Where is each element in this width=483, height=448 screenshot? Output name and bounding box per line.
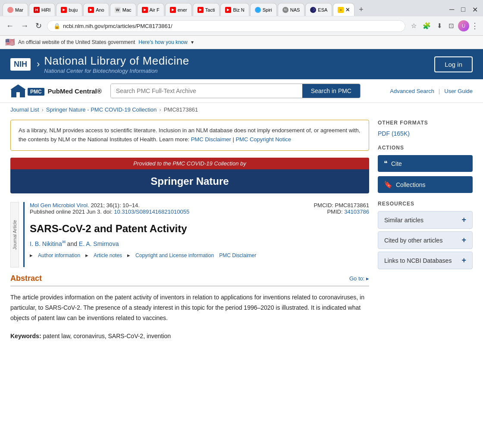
cite-button[interactable]: ❝ Cite [378, 155, 473, 172]
tab-mar[interactable]: Mar [3, 3, 28, 16]
gov-banner: 🇺🇸 An official website of the United Sta… [0, 36, 483, 49]
pmc-disclaimer-link-2[interactable]: PMC Disclaimer [219, 252, 256, 258]
pmc-building-icon [10, 84, 26, 98]
author-1-link[interactable]: I. B. Nikitina [30, 240, 62, 247]
breadcrumb-journal-list[interactable]: Journal List [10, 106, 39, 113]
cite-label: Cite [391, 160, 402, 167]
tab-tacti[interactable]: ▶ Tacti [193, 3, 220, 16]
abstract-section: Abstract Go to: ▸ The article provides i… [10, 274, 369, 341]
pmc-header: PMC PubMed Central® Search in PMC Advanc… [0, 79, 483, 103]
profile-icon[interactable]: U [458, 20, 469, 31]
nih-name: National Library of Medicine [44, 54, 189, 68]
tab-mac[interactable]: W Mac [110, 3, 136, 16]
springer-banner-top: Provided to the PMC COVID-19 Collection … [10, 158, 369, 169]
lock-icon: 🔒 [53, 23, 60, 29]
tab-spiri[interactable]: 🌐 Spiri [250, 3, 277, 16]
collections-button[interactable]: 🔖 Collections [378, 176, 473, 193]
nih-sub: National Center for Biotechnology Inform… [44, 68, 189, 74]
browser-tabs: Mar H HiRI ▶ buju ▶ Ano W Mac ▶ Air F ▶ … [0, 0, 483, 16]
author-info-link[interactable]: Author information [38, 252, 80, 258]
pmc-search-bar: Search in PMC [110, 84, 361, 98]
breadcrumb-collection[interactable]: Springer Nature - PMC COVID-19 Collectio… [46, 106, 157, 113]
nih-header: NIH › National Library of Medicine Natio… [0, 49, 483, 79]
ncbi-databases-button[interactable]: Links to NCBI Databases + [378, 252, 473, 269]
tab-esa[interactable]: ☽ ESA [305, 3, 332, 16]
pmc-logo: PMC PubMed Central® [10, 84, 102, 98]
arrow-icon-3: ▸ [127, 252, 130, 258]
tab-ener[interactable]: ▶ ener [165, 3, 192, 16]
pmid-link[interactable]: 34103786 [344, 208, 369, 215]
keywords: Keywords: patent law, coronavirus, SARS-… [10, 331, 369, 341]
article-meta: Mol Gen Microbiol Virol. 2021; 36(1): 10… [30, 202, 369, 215]
actions-title: ACTIONS [378, 145, 473, 151]
extensions-button[interactable]: 🧩 [420, 21, 433, 31]
keywords-bold: Keywords: [10, 333, 43, 339]
how-know-link[interactable]: Here's how you know [138, 39, 188, 45]
author-2-link[interactable]: E. A. Smirnova [79, 240, 119, 247]
author-1-sup[interactable]: ✉ [62, 240, 66, 244]
dropdown-icon: ▾ [191, 39, 194, 45]
address-bar[interactable]: 🔒 ncbi.nlm.nih.gov/pmc/articles/PMC81738… [47, 20, 405, 32]
notice-text: As a library, NLM provides access to sci… [19, 127, 360, 143]
pmc-logo-box: PMC PubMed Central® [10, 84, 102, 98]
browser-actions: ☆ 🧩 ⬇ ⊡ U ⋮ [409, 20, 479, 31]
reload-button[interactable]: ↻ [34, 19, 44, 32]
pmc-search-input[interactable] [111, 84, 302, 98]
pmc-search-button[interactable]: Search in PMC [302, 84, 360, 98]
collections-label: Collections [396, 181, 425, 188]
springer-banner: Provided to the PMC COVID-19 Collection … [10, 158, 369, 193]
similar-articles-plus-icon: + [461, 215, 466, 224]
ncbi-databases-plus-icon: + [461, 256, 466, 265]
breadcrumb-current: PMC8173861 [164, 106, 198, 113]
tab-active[interactable]: » ✕ [333, 3, 354, 16]
pmc-copyright-link[interactable]: PMC Copyright Notice [235, 136, 291, 143]
nih-badge: NIH [10, 58, 31, 71]
journal-link[interactable]: Mol Gen Microbiol Virol. [30, 202, 89, 208]
maximize-button[interactable]: □ [458, 5, 468, 15]
tab-buju[interactable]: ▶ buju [56, 3, 82, 16]
tab-bizn[interactable]: ▶ Biz N [220, 3, 249, 16]
article-notes-link[interactable]: Article notes [94, 252, 122, 258]
sidebar: OTHER FORMATS PDF (165K) ACTIONS ❝ Cite … [378, 116, 473, 341]
svg-rect-2 [16, 92, 20, 97]
article-title: SARS-CoV-2 and Patent Activity [30, 222, 369, 235]
nih-logo: NIH › National Library of Medicine Natio… [10, 54, 189, 74]
pdf-link[interactable]: PDF (165K) [378, 130, 473, 137]
article-ids: PMCID: PMC8173861 PMID: 34103786 [314, 202, 369, 215]
go-to-link[interactable]: Go to: ▸ [349, 275, 369, 282]
nih-arrow-icon: › [37, 59, 40, 70]
back-button[interactable]: ← [4, 20, 16, 32]
minimize-button[interactable]: ─ [447, 5, 457, 15]
forward-button[interactable]: → [19, 20, 30, 32]
doi-link[interactable]: 10.3103/S0891416821010055 [114, 208, 189, 215]
tab-hiri[interactable]: H HiRI [29, 3, 55, 16]
pmcid-value: PMC8173861 [335, 202, 370, 208]
published-date: Published online 2021 Jun 3. [30, 208, 102, 215]
copyright-link[interactable]: Copyright and License information [135, 252, 214, 258]
tab-airf[interactable]: ▶ Air F [137, 3, 164, 16]
article-links: ▸ Author information ▸ Article notes ▸ C… [30, 252, 369, 258]
similar-articles-button[interactable]: Similar articles + [378, 211, 473, 229]
tab-ano[interactable]: ▶ Ano [83, 3, 109, 16]
pmc-disclaimer-link[interactable]: PMC Disclaimer [191, 136, 231, 143]
nav-sep: | [439, 88, 440, 94]
split-button[interactable]: ⊡ [446, 21, 456, 31]
resources-title: RESOURCES [378, 201, 473, 207]
author-and: and [67, 240, 79, 247]
pmc-brand: PubMed Central® [48, 87, 102, 95]
cited-by-plus-icon: + [461, 236, 466, 245]
bookmark-button[interactable]: ☆ [409, 21, 419, 31]
user-guide-link[interactable]: User Guide [444, 88, 473, 94]
abstract-text: The article provides information on the … [10, 292, 369, 323]
menu-icon[interactable]: ⋮ [471, 21, 479, 31]
authors: I. B. Nikitina✉ and E. A. Smirnova [30, 240, 369, 247]
login-button[interactable]: Log in [434, 56, 473, 72]
tab-nas[interactable]: N NAS [278, 3, 305, 16]
new-tab-button[interactable]: + [355, 5, 367, 14]
download-button[interactable]: ⬇ [435, 21, 445, 31]
similar-articles-label: Similar articles [384, 217, 423, 224]
browser-bar: ← → ↻ 🔒 ncbi.nlm.nih.gov/pmc/articles/PM… [0, 16, 483, 35]
cited-by-button[interactable]: Cited by other articles + [378, 231, 473, 249]
advanced-search-link[interactable]: Advanced Search [390, 88, 434, 94]
close-button[interactable]: ✕ [470, 5, 480, 15]
